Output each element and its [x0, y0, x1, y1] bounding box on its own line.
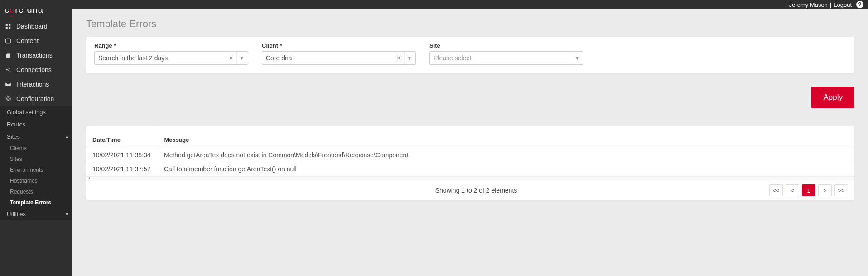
chevron-down-icon[interactable]: ▼: [572, 52, 579, 64]
filter-panel: Range * Search in the last 2 days × ▼ Cl…: [86, 37, 854, 73]
subsub-environments[interactable]: Environments: [0, 165, 72, 175]
sub-global-settings[interactable]: Global settings: [0, 106, 72, 118]
subsub-hostnames[interactable]: Hostnames: [0, 175, 72, 186]
interactions-icon: [5, 81, 12, 87]
nav-content[interactable]: Content: [0, 34, 72, 48]
subsub-requests[interactable]: Requests: [0, 186, 72, 197]
filter-range: Range * Search in the last 2 days × ▼: [94, 42, 248, 65]
cell-message: Call to a member function getAreaText() …: [159, 162, 854, 176]
sub-routes[interactable]: Routes: [0, 118, 72, 131]
client-value: Core dna: [266, 54, 395, 62]
svg-rect-1: [9, 24, 10, 26]
help-icon[interactable]: ?: [856, 1, 863, 8]
client-select[interactable]: Core dna × ▼: [262, 51, 416, 65]
nav-interactions[interactable]: Interactions: [0, 77, 72, 92]
sub-label: Routes: [7, 121, 25, 128]
nav-label: Configuration: [16, 95, 54, 102]
table-header-row: Date/Time Message: [86, 126, 854, 148]
sub-sites[interactable]: Sites ▴: [0, 131, 72, 143]
clear-icon[interactable]: ×: [395, 54, 402, 62]
cell-datetime: 10/02/2021 11:37:57: [86, 162, 159, 176]
site-placeholder: Please select: [434, 54, 572, 62]
sidebar: core dna Dashboard Content Transactions …: [0, 0, 72, 209]
horizontal-scrollbar[interactable]: [86, 176, 854, 181]
site-label: Site: [429, 42, 583, 49]
svg-point-6: [10, 68, 10, 68]
cell-message: Method getAreaTex does not exist in Comm…: [159, 148, 854, 162]
subsub-clients[interactable]: Clients: [0, 143, 72, 154]
cell-datetime: 10/02/2021 11:38:34: [86, 148, 159, 162]
connections-icon: [5, 67, 12, 73]
pager: << < 1 > >>: [769, 184, 848, 196]
nav-connections[interactable]: Connections: [0, 63, 72, 77]
svg-rect-0: [6, 24, 8, 26]
nav-label: Transactions: [16, 52, 53, 59]
pager-prev[interactable]: <: [786, 184, 799, 196]
separator: |: [830, 1, 831, 8]
table-row[interactable]: 10/02/2021 11:38:34Method getAreaTex doe…: [86, 148, 854, 162]
range-select[interactable]: Search in the last 2 days × ▼: [94, 51, 248, 65]
site-select[interactable]: Please select ▼: [429, 51, 583, 65]
nav-transactions[interactable]: Transactions: [0, 48, 72, 63]
pager-last[interactable]: >>: [834, 184, 848, 196]
sub-label: Global settings: [7, 109, 46, 116]
clear-icon[interactable]: ×: [227, 54, 235, 62]
subsub-sites[interactable]: Sites: [0, 154, 72, 165]
range-label: Range *: [94, 42, 248, 49]
client-label: Client *: [262, 42, 416, 49]
nav-label: Content: [16, 37, 39, 44]
main-content: Template Errors Range * Search in the la…: [72, 9, 868, 209]
page-title: Template Errors: [86, 18, 854, 30]
nav-label: Connections: [16, 66, 52, 73]
nav-dashboard[interactable]: Dashboard: [0, 19, 72, 34]
range-value: Search in the last 2 days: [98, 54, 227, 62]
subsub-template-errors[interactable]: Template Errors: [0, 197, 72, 208]
svg-rect-3: [9, 27, 10, 29]
nav-label: Interactions: [16, 81, 49, 88]
filter-site: Site Please select ▼: [429, 42, 583, 65]
svg-point-7: [10, 71, 10, 72]
topbar: Jeremy Mason | Logout ?: [0, 0, 868, 9]
pager-next[interactable]: >: [818, 184, 832, 196]
chevron-up-icon: ▴: [66, 134, 68, 139]
svg-point-5: [6, 69, 7, 70]
table-footer: Showing 1 to 2 of 2 elements << < 1 > >>: [86, 181, 854, 200]
nav-label: Dashboard: [16, 23, 48, 30]
chevron-down-icon[interactable]: ▼: [404, 52, 412, 64]
col-message[interactable]: Message: [159, 126, 854, 148]
content-icon: [5, 38, 12, 44]
nav-configuration[interactable]: Configuration: [0, 92, 72, 106]
apply-button[interactable]: Apply: [811, 87, 854, 108]
logout-link[interactable]: Logout: [834, 1, 852, 8]
results-table: Date/Time Message 10/02/2021 11:38:34Met…: [86, 126, 854, 200]
pagination-summary: Showing 1 to 2 of 2 elements: [183, 187, 769, 194]
svg-rect-2: [6, 27, 8, 29]
user-link[interactable]: Jeremy Mason: [789, 1, 828, 8]
col-datetime[interactable]: Date/Time: [86, 126, 159, 148]
filter-client: Client * Core dna × ▼: [262, 42, 416, 65]
gear-icon: [5, 96, 12, 102]
nav-configuration-sub: Global settings Routes Sites ▴ Clients S…: [0, 106, 72, 209]
dashboard-icon: [5, 23, 12, 29]
pager-first[interactable]: <<: [769, 184, 783, 196]
svg-rect-4: [6, 39, 11, 43]
sub-utilities[interactable]: Utilities ▾: [0, 208, 72, 209]
table-row[interactable]: 10/02/2021 11:37:57Call to a member func…: [86, 162, 854, 176]
apply-row: Apply: [86, 87, 854, 108]
transactions-icon: [5, 52, 12, 58]
chevron-down-icon[interactable]: ▼: [236, 52, 244, 64]
sub-label: Sites: [7, 133, 20, 140]
pager-page-1[interactable]: 1: [802, 184, 815, 196]
